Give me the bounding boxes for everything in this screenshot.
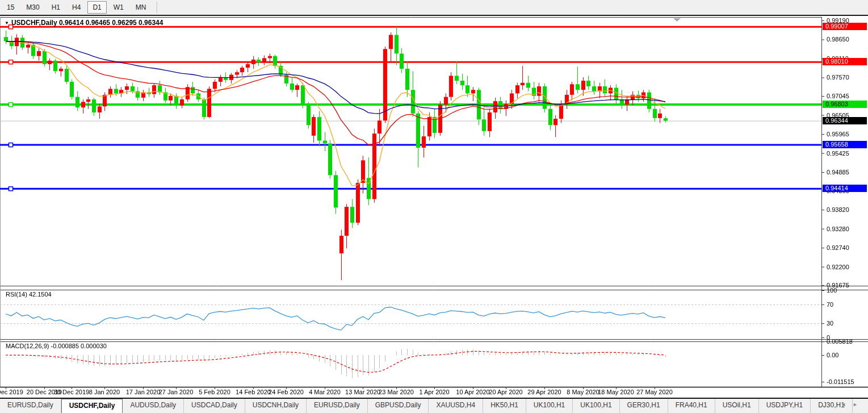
chart-tab-ger30-h1[interactable]: GER30,H1: [620, 399, 668, 413]
timeframe-button-w1[interactable]: W1: [108, 1, 129, 14]
chart-tab-hk50-h1[interactable]: HK50,H1: [483, 399, 526, 413]
timeframe-button-15[interactable]: 15: [2, 1, 19, 14]
chart-tab-usdjpy-h1[interactable]: USDJPY,H1: [759, 399, 811, 413]
timeframe-button-m30[interactable]: M30: [21, 1, 44, 14]
candlestick-chart-canvas[interactable]: [0, 16, 868, 398]
chart-tab-fra40-h1[interactable]: FRA40,H1: [668, 399, 715, 413]
chart-tab-eurusd-daily[interactable]: EURUSD,Daily: [307, 399, 368, 413]
toolbar-separator: [157, 2, 157, 13]
tab-scroll-right-icon[interactable]: ►: [853, 402, 865, 407]
trading-platform-window: 15M30H1H4D1W1MN ▼USDCHF,Daily 0.96414 0.…: [0, 0, 868, 413]
chart-tab-uk100-h1[interactable]: UK100,H1: [526, 399, 573, 413]
timeframe-button-h4[interactable]: H4: [67, 1, 86, 14]
chart-tab-usdcad-daily[interactable]: USDCAD,Daily: [184, 399, 245, 413]
timeframe-button-h1[interactable]: H1: [47, 1, 65, 14]
chart-tab-uk100-h1[interactable]: UK100,H1: [573, 399, 619, 413]
tab-scroll-arrows[interactable]: ◄►: [841, 402, 865, 407]
timeframe-button-mn[interactable]: MN: [131, 1, 152, 14]
timeframe-toolbar: 15M30H1H4D1W1MN: [0, 0, 868, 16]
chart-tab-usdcnh-daily[interactable]: USDCNH,Daily: [245, 399, 307, 413]
chart-tab-xauusd-h4[interactable]: XAUUSD,H4: [429, 399, 483, 413]
tab-scroll-left-icon[interactable]: ◄: [841, 402, 853, 407]
chart-tab-usoil-h1[interactable]: USOil,H1: [715, 399, 759, 413]
timeframe-button-d1[interactable]: D1: [87, 1, 106, 14]
chart-tab-gbpusd-daily[interactable]: GBPUSD,Daily: [368, 399, 429, 413]
chart-tab-eurusd-daily[interactable]: EURUSD,Daily: [0, 399, 61, 413]
chart-tab-audusd-daily[interactable]: AUDUSD,Daily: [123, 399, 184, 413]
chart-tabs-bar: EURUSD,DailyUSDCHF,DailyAUDUSD,DailyUSDC…: [0, 398, 868, 413]
chart-tab-usdchf-daily[interactable]: USDCHF,Daily: [61, 399, 123, 413]
